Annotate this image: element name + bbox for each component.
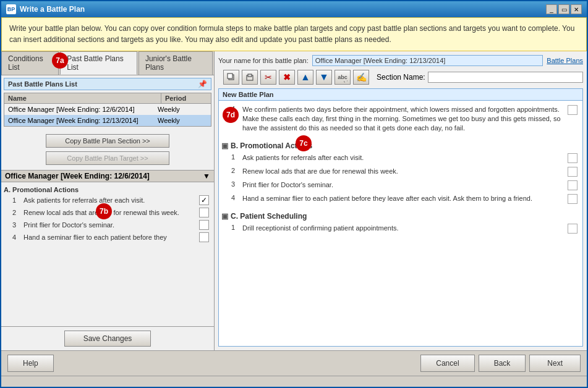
bottom-right-buttons: Cancel Back Next xyxy=(420,355,581,372)
back-button[interactable]: Back xyxy=(479,355,526,372)
lower-item: 1 Ask patients for referrals after each … xyxy=(6,195,145,206)
info-banner-text: Write your battle plan below. You can co… xyxy=(9,24,574,44)
bp-item: 3 Print flier for Doctor's seminar. xyxy=(221,179,580,192)
svg-rect-3 xyxy=(248,74,252,77)
bottom-left-buttons: Help xyxy=(7,355,54,372)
bp-item-checkbox[interactable] xyxy=(568,224,577,234)
lower-item-row: 3 Print flier for Doctor's seminar. xyxy=(4,219,211,232)
lower-item: 2 Renew local ads that are due for renew… xyxy=(6,208,179,219)
toolbar-edit-button[interactable]: ✍ xyxy=(353,70,369,85)
lower-list-container: Office Manager [Week Ending: 12/6/2014] … xyxy=(1,170,214,327)
list-row-period: Weekly xyxy=(158,117,207,124)
toolbar-paste-button[interactable] xyxy=(242,70,258,85)
toolbar-delete-button[interactable]: ✖ xyxy=(279,70,295,85)
panel-title: Past Battle Plans List xyxy=(8,80,77,88)
right-panel: Your name for this battle plan: Battle P… xyxy=(215,51,587,351)
bottom-bar: Help Cancel Back Next xyxy=(1,350,587,376)
list-row[interactable]: Office Manager [Week Ending: 12/13/2014]… xyxy=(4,115,211,126)
bp-item-checkbox[interactable] xyxy=(568,153,577,163)
lower-item: 3 Print flier for Doctor's seminar. xyxy=(6,220,114,231)
help-button[interactable]: Help xyxy=(7,355,54,372)
list-header-period: Period xyxy=(161,93,211,103)
past-battle-plans-section: Past Battle Plans List 📌 Name Period Off… xyxy=(1,75,214,129)
copy-battle-plan-target-button[interactable]: Copy Battle Plan Target >> xyxy=(46,151,169,165)
lower-list-scroll-icon: ▼ xyxy=(203,172,210,180)
list-header-name: Name xyxy=(4,93,161,103)
bp-item-checkbox[interactable] xyxy=(568,167,577,177)
status-bar xyxy=(1,376,587,387)
section-name-input[interactable] xyxy=(428,72,583,83)
annotation-7b: 7b xyxy=(96,203,112,219)
bp-item-text: We confirm patients two days before thei… xyxy=(242,105,564,133)
copy-buttons-area: Copy Battle Plan Section >> Copy Battle … xyxy=(1,129,214,170)
bp-item-checkbox[interactable] xyxy=(568,105,577,115)
tab-bar: Conditions List Past Battle Plans List J… xyxy=(1,51,214,75)
restore-button[interactable]: ▭ xyxy=(558,4,569,14)
lower-item-checkbox[interactable] xyxy=(199,220,209,230)
save-changes-container: Save Changes xyxy=(1,326,214,350)
battle-plan-name-input[interactable] xyxy=(312,55,543,66)
info-banner: Write your battle plan below. You can co… xyxy=(1,17,587,51)
bp-item-checkbox[interactable] xyxy=(568,194,577,204)
minimize-button[interactable]: _ xyxy=(546,4,557,14)
bp-section-b: ▣ B. Promotional Actions 1 Ask patients … xyxy=(221,140,580,206)
section-label-c: C. Patient Scheduling xyxy=(231,212,307,221)
annotation-7c: 7c xyxy=(296,135,312,151)
bp-item-checkbox[interactable] xyxy=(568,180,577,190)
bp-section-c: ▣ C. Patient Scheduling 1 Drill receptio… xyxy=(221,211,580,235)
bp-content-scroll[interactable]: 4 We confirm patients two days before th… xyxy=(219,101,582,347)
toolbar-row: ✂ ✖ ▲ ▼ abc ✍ Section Name: xyxy=(218,70,583,85)
section-name-label: Section Name: xyxy=(377,73,425,82)
toolbar-move-up-button[interactable]: ▲ xyxy=(297,70,313,85)
list-row-period: Weekly xyxy=(158,106,207,113)
lower-item-checkbox[interactable] xyxy=(199,208,209,217)
section-collapse-icon[interactable]: ▣ xyxy=(221,141,228,150)
lower-item-checkbox[interactable]: ✓ xyxy=(199,195,209,205)
bp-item: 4 We confirm patients two days before th… xyxy=(221,103,580,135)
tab-juniors-battle-plans[interactable]: Junior's Battle Plans xyxy=(138,51,213,75)
bp-section-title-b: ▣ B. Promotional Actions xyxy=(221,140,580,151)
tab-conditions-list[interactable]: Conditions List xyxy=(1,51,59,75)
lower-item-row: 4 Hand a seminar flier to each patient b… xyxy=(4,232,211,244)
title-bar-left: BP Write a Battle Plan xyxy=(6,4,85,14)
close-button[interactable]: ✕ xyxy=(571,4,582,14)
next-button[interactable]: Next xyxy=(529,355,581,372)
copy-battle-plan-section-button[interactable]: Copy Battle Plan Section >> xyxy=(46,134,169,148)
panel-title-bar: Past Battle Plans List 📌 xyxy=(4,78,211,90)
annotation-7a: 7a xyxy=(52,53,68,69)
bp-item: 2 Renew local ads that are due for renew… xyxy=(221,165,580,179)
bp-item: 1 Ask patients for referrals after each … xyxy=(221,151,580,165)
lower-item: 4 Hand a seminar flier to each patient b… xyxy=(6,232,167,243)
lower-item-checkbox[interactable] xyxy=(199,232,209,242)
toolbar-copy-button[interactable] xyxy=(223,70,239,85)
bp-item: 4 Hand a seminar flier to each patient b… xyxy=(221,192,580,206)
lower-section-header: A. Promotional Actions xyxy=(4,185,211,195)
title-buttons: _ ▭ ✕ xyxy=(546,4,582,14)
list-body: Office Manager [Week Ending: 12/6/2014] … xyxy=(4,104,211,127)
list-row[interactable]: Office Manager [Week Ending: 12/6/2014] … xyxy=(4,104,211,115)
list-row-name: Office Manager [Week Ending: 12/6/2014] xyxy=(8,106,158,113)
pin-icon[interactable]: 📌 xyxy=(198,80,207,88)
battle-plan-name-label: Your name for this battle plan: xyxy=(218,57,309,64)
main-window: BP Write a Battle Plan _ ▭ ✕ Write your … xyxy=(0,0,588,388)
toolbar-abc-button[interactable]: abc xyxy=(334,70,351,85)
toolbar-move-down-button[interactable]: ▼ xyxy=(316,70,332,85)
bp-section-title-c: ▣ C. Patient Scheduling xyxy=(221,211,580,222)
list-row-name: Office Manager [Week Ending: 12/13/2014] xyxy=(8,117,158,124)
title-bar: BP Write a Battle Plan _ ▭ ✕ xyxy=(1,1,587,17)
save-changes-button[interactable]: Save Changes xyxy=(64,331,151,347)
main-content: Conditions List Past Battle Plans List J… xyxy=(1,51,587,351)
left-panel: Conditions List Past Battle Plans List J… xyxy=(1,51,215,351)
tab-past-battle-plans[interactable]: Past Battle Plans List xyxy=(60,51,137,75)
battle-plans-link[interactable]: Battle Plans xyxy=(547,57,583,64)
battle-plan-content: New Battle Plan 4 We confirm patients tw… xyxy=(218,88,583,347)
toolbar-cut-button[interactable]: ✂ xyxy=(260,70,276,85)
cancel-button[interactable]: Cancel xyxy=(420,355,474,372)
bp-item: 1 Drill receptionist of confirming patie… xyxy=(221,222,580,235)
bp-content-header: New Battle Plan xyxy=(219,89,582,101)
window-title: Write a Battle Plan xyxy=(20,5,85,14)
section-collapse-icon-c[interactable]: ▣ xyxy=(221,212,228,221)
lower-list-title: Office Manager [Week Ending: 12/6/2014] … xyxy=(1,171,214,182)
svg-rect-1 xyxy=(228,74,232,78)
lower-list-title-text: Office Manager [Week Ending: 12/6/2014] xyxy=(5,172,150,180)
